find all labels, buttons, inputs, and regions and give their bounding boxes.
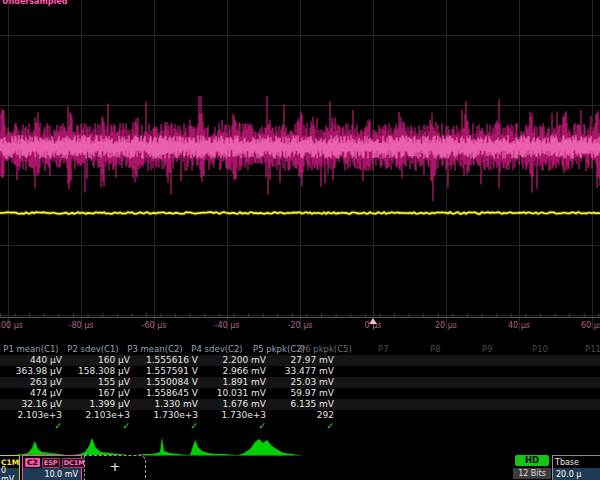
status-row: ✓✓✓✓✓ — [0, 421, 600, 432]
time-axis-label: 20 µs — [435, 321, 457, 330]
param-value: 292 — [272, 410, 340, 421]
hd-mode-indicator[interactable]: HD 12 Bits — [512, 455, 552, 480]
descriptor-bar: C1M 0 mV C2 ESP DC1M 10.0 mV + HD 12 Bit… — [0, 455, 600, 480]
param-value: 32.16 µV — [0, 399, 68, 410]
histicon — [238, 439, 298, 455]
timebase-scale-value: 20.0 µ — [553, 468, 600, 480]
param-header[interactable]: P3 mean(C2) — [124, 344, 186, 355]
status-check-icon: ✓ — [68, 421, 136, 432]
param-value: 1.730e+3 — [204, 410, 272, 421]
time-axis-label: -100 µs — [0, 321, 23, 330]
c2-esp-chip: ESP — [42, 458, 60, 468]
table-row: 2.103e+32.103e+31.730e+31.730e+3292 — [0, 410, 600, 421]
histicon — [190, 440, 234, 455]
param-value: 2.200 mV — [204, 355, 272, 366]
time-axis-label: -40 µs — [215, 321, 240, 330]
undersampled-warning-label: Undersampled — [2, 0, 67, 6]
time-axis-label: 40 µs — [508, 321, 530, 330]
time-axis: -100 µs-80 µs-60 µs-40 µs-20 µs0 µs20 µs… — [0, 319, 600, 333]
param-header-unused[interactable]: P6 pkpk(C5) — [300, 344, 352, 355]
param-header-unused[interactable]: P8 — [430, 344, 441, 355]
table-row: 263 µV155 µV1.550084 V1.891 mV25.03 mV — [0, 377, 600, 388]
c2-scale-value: 10.0 mV — [23, 468, 81, 480]
time-axis-label: 60 µs — [581, 321, 600, 330]
oscilloscope-screen: Undersampled -100 µs-80 µs-60 µs-40 µs-2… — [0, 0, 600, 480]
param-value: 33.477 mV — [272, 366, 340, 377]
param-header-unused[interactable]: P11 — [585, 344, 600, 355]
param-header-unused[interactable]: P9 — [482, 344, 493, 355]
c2-channel-badge: C2 — [25, 458, 40, 467]
timebase-descriptor[interactable]: Tbase 20.0 µ — [552, 455, 600, 480]
param-value: 1.550084 V — [136, 377, 204, 388]
param-value: 160 µV — [68, 355, 136, 366]
param-value: 1.891 mV — [204, 377, 272, 388]
param-value: 1.558645 V — [136, 388, 204, 399]
status-check-icon: ✓ — [272, 421, 340, 432]
param-value: 363.98 µV — [0, 366, 68, 377]
hd-badge: HD — [515, 455, 549, 466]
param-value: 1.676 mV — [204, 399, 272, 410]
table-row: 363.98 µV158.308 µV1.557591 V2.966 mV33.… — [0, 366, 600, 377]
table-row: 440 µV160 µV1.555616 V2.200 mV27.97 mV — [0, 355, 600, 366]
hd-bits-label: 12 Bits — [513, 468, 551, 479]
time-axis-label: -20 µs — [288, 321, 313, 330]
c2-channel-descriptor[interactable]: C2 ESP DC1M 10.0 mV — [22, 455, 82, 480]
status-check-icon: ✓ — [0, 421, 68, 432]
status-check-icon: ✓ — [204, 421, 272, 432]
timebase-label: Tbase — [555, 458, 579, 467]
param-header[interactable]: P2 sdev(C1) — [62, 344, 124, 355]
param-value: 474 µV — [0, 388, 68, 399]
param-value: 59.97 mV — [272, 388, 340, 399]
trigger-position-marker[interactable] — [369, 318, 377, 324]
param-header-unused[interactable]: P10 — [532, 344, 548, 355]
histicon — [134, 437, 186, 455]
param-header[interactable]: P4 sdev(C2) — [186, 344, 248, 355]
param-value: 167 µV — [68, 388, 136, 399]
param-value: 10.031 mV — [204, 388, 272, 399]
table-row: 474 µV167 µV1.558645 V10.031 mV59.97 mV — [0, 388, 600, 399]
param-value: 1.330 mV — [136, 399, 204, 410]
param-value: 158.308 µV — [68, 366, 136, 377]
histicon — [72, 438, 128, 455]
add-trace-slot[interactable]: + — [84, 455, 146, 480]
param-value: 6.135 mV — [272, 399, 340, 410]
table-row: 32.16 µV1.399 µV1.330 mV1.676 mV6.135 mV — [0, 399, 600, 410]
plus-icon: + — [110, 460, 121, 473]
time-axis-label: -60 µs — [142, 321, 167, 330]
param-header[interactable]: P1 mean(C1) — [0, 344, 62, 355]
param-value: 25.03 mV — [272, 377, 340, 388]
param-value: 155 µV — [68, 377, 136, 388]
status-check-icon: ✓ — [136, 421, 204, 432]
param-value: 27.97 mV — [272, 355, 340, 366]
time-axis-label: -80 µs — [69, 321, 94, 330]
param-value: 2.103e+3 — [68, 410, 136, 421]
measurement-table: P1 mean(C1)P2 sdev(C1)P3 mean(C2)P4 sdev… — [0, 344, 600, 432]
c1-scale-value: 0 mV — [0, 468, 19, 480]
param-value: 1.555616 V — [136, 355, 204, 366]
param-value: 440 µV — [0, 355, 68, 366]
param-value: 2.966 mV — [204, 366, 272, 377]
histicon — [14, 441, 66, 455]
param-value: 2.103e+3 — [0, 410, 68, 421]
param-header-unused[interactable]: P7 — [378, 344, 389, 355]
param-value: 1.557591 V — [136, 366, 204, 377]
param-value: 1.399 µV — [68, 399, 136, 410]
param-value: 263 µV — [0, 377, 68, 388]
waveform-canvas — [0, 0, 600, 330]
param-value: 1.730e+3 — [136, 410, 204, 421]
c1-channel-descriptor[interactable]: C1M 0 mV — [0, 455, 20, 480]
